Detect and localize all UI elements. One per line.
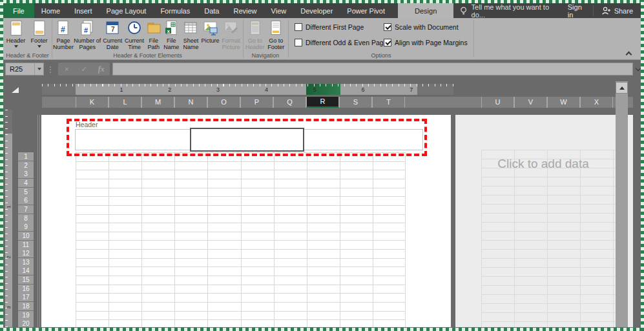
titlebar-right: Sign in Share — [559, 3, 641, 18]
checkbox-box-icon[interactable] — [384, 39, 391, 46]
picture-button[interactable]: Picture — [201, 19, 220, 44]
tell-me-box[interactable]: Tell me what you want to do... — [460, 3, 559, 18]
column-header-S[interactable]: S — [339, 97, 372, 108]
tab-design-active[interactable]: Design — [398, 3, 453, 18]
column-header-V[interactable]: V — [514, 97, 547, 108]
row-header-5[interactable]: 5 — [18, 188, 34, 197]
file-name-icon: x — [163, 20, 179, 37]
ribbon: Header Footer Header & Footer — [3, 18, 641, 60]
row-header-2[interactable]: 2 — [18, 161, 34, 170]
current-date-button[interactable]: 7 Current Date — [101, 19, 124, 50]
vertical-scrollbar[interactable] — [616, 81, 628, 327]
name-box[interactable]: R25 — [5, 63, 44, 75]
formula-bar-input[interactable] — [112, 63, 633, 75]
column-header-L[interactable]: L — [109, 97, 141, 108]
header-button[interactable]: Header — [5, 19, 27, 48]
header-dropdown-arrow-icon[interactable] — [14, 45, 18, 48]
row-header-13[interactable]: 13 — [18, 258, 34, 267]
row-header-11[interactable]: 11 — [18, 241, 34, 250]
row-header-8[interactable]: 8 — [18, 214, 34, 223]
tab-home[interactable]: Home — [34, 3, 67, 18]
row-header-6[interactable]: 6 — [18, 196, 34, 205]
sheet-name-button[interactable]: Sheet Name — [181, 19, 201, 50]
worksheet-grid[interactable] — [76, 152, 406, 327]
tab-page-layout[interactable]: Page Layout — [99, 3, 154, 18]
vruler-mark-3: 3 — [6, 304, 12, 311]
row-header-7[interactable]: 7 — [18, 205, 34, 214]
tab-view[interactable]: View — [264, 3, 294, 18]
column-header-T[interactable]: T — [372, 97, 405, 108]
ruler-mark-5: 5 — [313, 86, 317, 93]
click-to-add-data-hint[interactable]: Click to add data — [459, 157, 628, 171]
checkbox-different-odd-even[interactable]: Different Odd & Even Pages — [295, 39, 391, 46]
page-number-button[interactable]: # Page Number — [53, 19, 74, 50]
footer-dropdown-arrow-icon[interactable] — [37, 45, 41, 48]
sign-in-button[interactable]: Sign in — [559, 3, 593, 18]
file-path-button[interactable]: File Path — [145, 19, 162, 50]
row-header-3[interactable]: 3 — [18, 170, 34, 179]
share-button[interactable]: Share — [594, 3, 641, 18]
checkbox-box-icon[interactable] — [295, 23, 302, 31]
row-header-18[interactable]: 18 — [18, 302, 34, 311]
current-time-label: Current Time — [124, 37, 145, 50]
column-header-O[interactable]: O — [207, 97, 240, 108]
row-header-19[interactable]: 19 — [18, 311, 34, 320]
row-header-12[interactable]: 12 — [18, 249, 34, 258]
column-header-N[interactable]: N — [174, 97, 207, 108]
formula-bar-expand-icon[interactable] — [636, 66, 641, 71]
page-number-label: Page Number — [53, 37, 74, 50]
insert-function-icon[interactable]: fx — [92, 65, 110, 74]
row-header-1[interactable]: 1 — [18, 152, 34, 161]
tab-review[interactable]: Review — [226, 3, 264, 18]
row-header-17[interactable]: 17 — [18, 293, 34, 302]
column-header-M[interactable]: M — [141, 97, 174, 108]
checkbox-label: Scale with Document — [395, 23, 459, 31]
tab-data[interactable]: Data — [197, 3, 226, 18]
file-name-button[interactable]: x File Name — [162, 19, 181, 50]
picture-label: Picture — [202, 37, 220, 44]
checkbox-align-with-margins[interactable]: Align with Page Margins — [384, 39, 468, 46]
enter-icon[interactable]: ✓ — [76, 65, 93, 74]
formula-buttons: × ✓ fx — [58, 63, 110, 75]
row-header-9[interactable]: 9 — [18, 223, 34, 232]
go-to-header-label: Go to Header — [245, 37, 265, 50]
column-header-R[interactable]: R — [306, 97, 339, 108]
tab-developer[interactable]: Developer — [293, 3, 340, 18]
collapse-ribbon-icon[interactable] — [626, 50, 632, 56]
number-of-pages-button[interactable]: # Number of Pages — [74, 19, 101, 50]
row-header-10[interactable]: 10 — [18, 232, 34, 241]
excel-window: File HomeInsertPage LayoutFormulasDataRe… — [0, 0, 644, 331]
cancel-icon[interactable]: × — [58, 65, 76, 73]
tab-insert[interactable]: Insert — [67, 3, 99, 18]
tab-formulas[interactable]: Formulas — [153, 3, 197, 18]
tab-power-pivot[interactable]: Power Pivot — [340, 3, 392, 18]
column-header-U[interactable]: U — [481, 97, 514, 108]
checkbox-different-first-page[interactable]: Different First Page — [295, 23, 364, 31]
header-icon — [8, 20, 25, 37]
next-page-grid[interactable] — [481, 150, 625, 327]
row-header-4[interactable]: 4 — [18, 179, 34, 188]
checkbox-box-icon[interactable] — [295, 39, 302, 46]
column-header-K[interactable]: K — [76, 97, 109, 108]
footer-button[interactable]: Footer — [28, 19, 50, 48]
formula-bar-grip-icon[interactable] — [50, 65, 52, 74]
name-box-dropdown-icon[interactable] — [34, 63, 43, 75]
checkbox-box-icon[interactable] — [384, 23, 391, 31]
row-header-20[interactable]: 20 — [18, 319, 34, 327]
checkbox-label: Different Odd & Even Pages — [306, 39, 391, 46]
scroll-up-icon[interactable] — [616, 82, 628, 94]
corner-select-triangle-icon[interactable] — [12, 87, 19, 93]
column-header-P[interactable]: P — [240, 97, 273, 108]
go-to-footer-button[interactable]: Go to Footer — [265, 19, 286, 50]
column-header-X[interactable]: X — [580, 97, 613, 108]
column-header-Q[interactable]: Q — [273, 97, 306, 108]
current-time-button[interactable]: Current Time — [124, 19, 145, 50]
row-header-14[interactable]: 14 — [18, 266, 34, 276]
checkbox-scale-with-document[interactable]: Scale with Document — [384, 23, 459, 31]
row-header-15[interactable]: 15 — [18, 276, 34, 285]
svg-text:#: # — [61, 25, 65, 34]
column-header-W[interactable]: W — [547, 97, 580, 108]
row-header-16[interactable]: 16 — [18, 285, 34, 294]
page-number-icon: # — [56, 20, 71, 37]
tab-file[interactable]: File — [3, 3, 34, 18]
